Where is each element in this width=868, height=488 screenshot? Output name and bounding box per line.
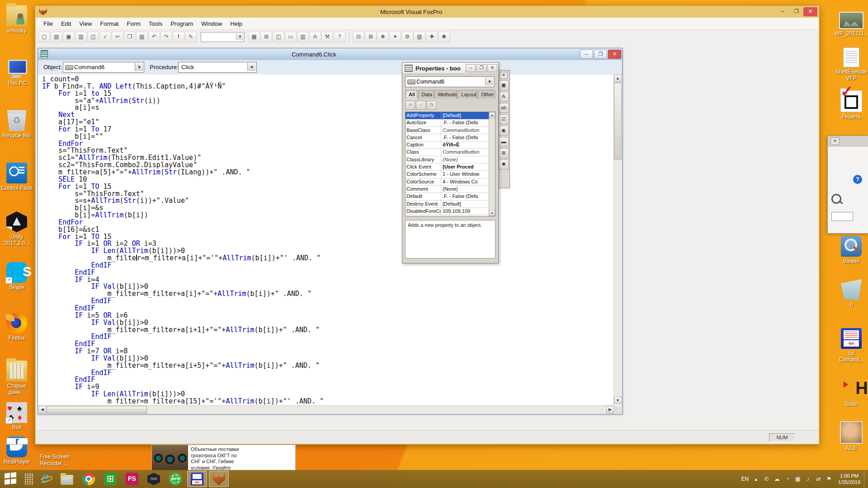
expression-builder-button[interactable]: fx bbox=[427, 101, 437, 110]
tab-layout[interactable]: Layout bbox=[458, 90, 477, 99]
cancel-value-button[interactable]: ✕ bbox=[405, 101, 415, 110]
property-row[interactable]: Click Event[User Proced bbox=[406, 164, 489, 171]
tab-data[interactable]: Data bbox=[418, 90, 434, 99]
taskbar-item-internet-explorer[interactable] bbox=[35, 471, 55, 487]
show-desktop-button[interactable] bbox=[864, 470, 868, 488]
code-close-button[interactable]: ✕ bbox=[608, 50, 621, 59]
property-row[interactable]: DisabledPicture(None) bbox=[406, 215, 489, 216]
action-center-icon[interactable]: ⚑ bbox=[825, 475, 833, 483]
property-row[interactable]: Comment(None) bbox=[406, 186, 489, 193]
desktop-icon-unity-2017-2-0[interactable]: Unity 2017.2.0... bbox=[0, 211, 33, 246]
side-window-close-icon[interactable]: ✕ bbox=[830, 137, 840, 145]
scroll-up-icon[interactable]: ▲ bbox=[489, 112, 495, 118]
menu-window[interactable]: Window bbox=[197, 19, 226, 28]
horizontal-scroll-thumb[interactable] bbox=[47, 406, 147, 413]
menu-edit[interactable]: Edit bbox=[57, 19, 75, 28]
property-row[interactable]: Destroy Event[Default] bbox=[406, 201, 489, 208]
desktop-icon-firefox[interactable]: Firefox bbox=[0, 313, 33, 341]
accept-value-button[interactable]: ✓ bbox=[416, 101, 426, 110]
desktop-icon-старые-данн[interactable]: Старые данн... bbox=[0, 361, 33, 395]
properties-button[interactable]: ✦ bbox=[389, 32, 401, 42]
help-button[interactable]: ? bbox=[334, 32, 345, 42]
print-preview-button[interactable]: ◫ bbox=[87, 32, 99, 42]
taskbar-item-mp4[interactable] bbox=[165, 471, 185, 487]
form-wizard-button[interactable]: ⚙ bbox=[401, 32, 413, 42]
properties-maximize-button[interactable]: ❐ bbox=[476, 64, 486, 72]
scroll-down-icon[interactable]: ▼ bbox=[489, 210, 495, 216]
window-split-button[interactable]: ⊟ bbox=[353, 32, 364, 42]
menu-program[interactable]: Program bbox=[166, 19, 197, 28]
color-palette-button[interactable]: ▧ bbox=[414, 32, 425, 42]
desktop-icon-решить[interactable]: Решить bbox=[835, 90, 868, 120]
desktop-icon-control-pane[interactable]: Control Pane bbox=[0, 163, 33, 191]
form-button[interactable]: ▭ bbox=[285, 32, 297, 42]
toolbar-combobox[interactable] bbox=[201, 32, 245, 42]
desktop-icon-realplayer[interactable]: RealPlayer bbox=[0, 436, 33, 465]
builder-button[interactable]: ⚒ bbox=[321, 32, 333, 42]
menu-view[interactable]: View bbox=[75, 19, 96, 28]
scroll-down-icon[interactable]: ▼ bbox=[614, 397, 622, 404]
phone-icon[interactable]: ✆ bbox=[763, 475, 770, 483]
desktop-icon-age[interactable]: AGE bbox=[835, 421, 868, 451]
code-window-button[interactable]: ⊞ bbox=[365, 32, 377, 42]
database-button[interactable]: ▦ bbox=[248, 32, 260, 42]
tab-all[interactable]: All bbox=[405, 90, 418, 99]
network-icon[interactable]: ⇄ bbox=[815, 475, 822, 483]
property-row[interactable]: AutoSize.F. - False (Defa bbox=[406, 119, 489, 127]
vfp-title-bar[interactable]: Microsoft Visual FoxPro – ❐ ✕ bbox=[35, 6, 819, 18]
desktop-icon-tal-comand[interactable]: tal Comand... bbox=[835, 328, 868, 363]
language-indicator[interactable]: EN bbox=[741, 476, 749, 482]
horizontal-scrollbar[interactable]: ◀ ▶ bbox=[38, 405, 614, 413]
property-row[interactable]: Cancel.F. - False (Defa bbox=[406, 134, 489, 141]
property-row[interactable]: AddProperty[Default] bbox=[406, 112, 489, 119]
desktop-icon-skype[interactable]: Skype bbox=[0, 262, 33, 291]
spelling-button[interactable]: ✓ bbox=[99, 32, 111, 42]
paste-button[interactable]: ▨ bbox=[136, 32, 148, 42]
start-button[interactable] bbox=[5, 473, 18, 485]
procedure-dropdown[interactable]: Click bbox=[178, 62, 257, 73]
property-row[interactable]: DisabledForeCo109,109,109 bbox=[406, 208, 489, 215]
help-icon[interactable]: ? bbox=[853, 175, 862, 184]
label-button[interactable]: A bbox=[309, 32, 321, 42]
properties-minimize-button[interactable]: – bbox=[466, 64, 476, 72]
save-button[interactable]: ▣ bbox=[63, 32, 75, 42]
vertical-scroll-thumb[interactable] bbox=[614, 83, 622, 160]
property-row[interactable]: ColorSource4 - Windows Co bbox=[406, 178, 489, 186]
scroll-right-icon[interactable]: ▶ bbox=[606, 406, 614, 413]
toolbox-button[interactable]: ✚ bbox=[426, 32, 438, 42]
browse-button[interactable]: ◫ bbox=[273, 32, 284, 42]
keyboard-icon[interactable]: ▦ bbox=[794, 475, 802, 483]
desktop-icon-viewer[interactable]: Viewer bbox=[835, 236, 868, 264]
undo-button[interactable]: ↶ bbox=[148, 32, 160, 42]
options-button[interactable]: ✱ bbox=[438, 32, 450, 42]
form-controls-close-icon[interactable]: ✕ bbox=[500, 72, 508, 79]
menu-file[interactable]: File bbox=[39, 19, 57, 28]
property-row[interactable]: ClassLibrary(None) bbox=[406, 156, 489, 164]
desktop-icon-recycle-bin[interactable]: Recycle Bin bbox=[0, 110, 33, 139]
run-button[interactable]: ! bbox=[173, 32, 184, 42]
maximize-button[interactable]: ❐ bbox=[789, 7, 803, 16]
taskbar-item-store[interactable] bbox=[100, 471, 120, 487]
property-row[interactable]: CaptionôŸïñ»É bbox=[406, 141, 489, 149]
desktop-icon-blot[interactable]: ♥♠♣♦Blot bbox=[0, 402, 33, 431]
builder-lock-button[interactable]: ✱ bbox=[499, 160, 509, 169]
desktop-icon-this-pc[interactable]: This PC bbox=[0, 58, 33, 86]
volume-icon[interactable]: ♪ bbox=[804, 475, 812, 483]
menu-tools[interactable]: Tools bbox=[145, 19, 166, 28]
property-row[interactable]: Default.F. - False (Defa bbox=[406, 193, 489, 200]
scroll-up-icon[interactable]: ▲ bbox=[614, 75, 622, 82]
commandbutton-tool-button[interactable]: ▬ bbox=[499, 137, 509, 147]
desktop-icon-suite[interactable]: Suite bbox=[835, 379, 868, 407]
copy-button[interactable]: ❐ bbox=[124, 32, 136, 42]
cloud-icon[interactable]: ☁ bbox=[773, 475, 781, 483]
properties-close-button[interactable]: ✕ bbox=[487, 64, 497, 72]
code-maximize-button[interactable]: ❐ bbox=[594, 50, 607, 59]
taskbar-item-file-explorer[interactable] bbox=[57, 471, 77, 487]
taskbar-item-total-commander[interactable] bbox=[187, 471, 207, 487]
properties-title-bar[interactable]: Properties - boo – ❐ ✕ bbox=[402, 63, 498, 74]
code-minimize-button[interactable]: – bbox=[580, 50, 593, 59]
menu-help[interactable]: Help bbox=[226, 19, 246, 28]
table-button[interactable]: ⊞ bbox=[260, 32, 272, 42]
optionbutton-tool-button[interactable]: ◉ bbox=[499, 126, 509, 136]
desktop-icon-shellexecute-vfp[interactable]: ShellExecute VFP bbox=[835, 47, 868, 81]
